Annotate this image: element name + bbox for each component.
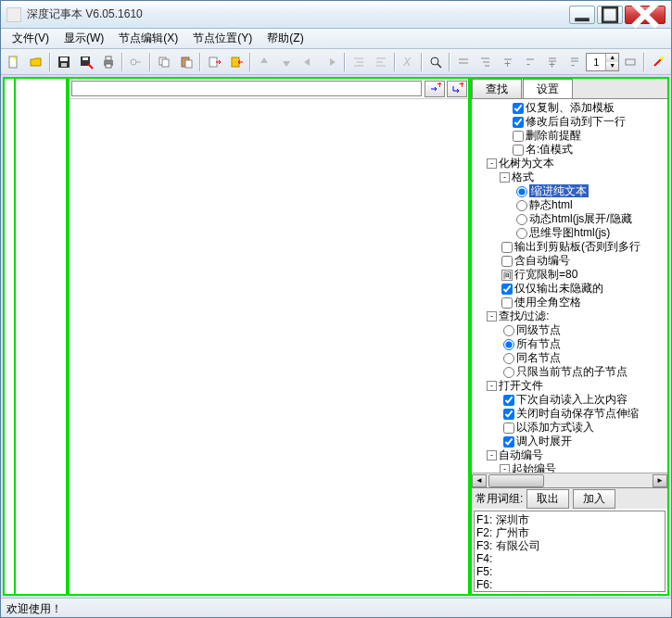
editor-area[interactable] — [70, 99, 468, 594]
menu-file[interactable]: 文件(V) — [5, 29, 57, 48]
phrase-f6[interactable]: F6: — [476, 578, 663, 591]
rad-samename[interactable] — [503, 353, 514, 364]
level-spinner[interactable]: ▲▼ — [586, 53, 619, 71]
up-arrow-icon[interactable] — [254, 52, 274, 72]
phrases-list[interactable]: F1: 深圳市 F2: 广州市 F3: 有限公司 F4: F5: F6: — [474, 511, 666, 592]
phrase-f1[interactable]: F1: 深圳市 — [476, 513, 663, 526]
phrase-f5[interactable]: F5: — [476, 565, 663, 578]
chk-fullspace[interactable] — [501, 297, 513, 309]
close-button[interactable] — [625, 6, 666, 24]
scroll-left-arrow[interactable]: ◄ — [472, 474, 487, 487]
chk-autoload[interactable] — [503, 395, 514, 406]
rad-static-html[interactable] — [516, 200, 527, 211]
zoom-icon[interactable] — [425, 52, 446, 72]
level-plus2-icon[interactable]: + — [542, 52, 563, 72]
svg-text:+: + — [549, 58, 555, 69]
menu-node-edit[interactable]: 节点编辑(X) — [111, 29, 185, 48]
open-icon[interactable] — [26, 52, 46, 72]
rad-sibling[interactable] — [503, 325, 514, 336]
chk-autonum[interactable] — [501, 256, 513, 267]
export-icon[interactable] — [204, 52, 224, 72]
rad-all[interactable] — [503, 339, 514, 350]
save-icon[interactable] — [54, 52, 74, 72]
chk-clipboard[interactable] — [501, 242, 513, 253]
wand-icon[interactable] — [648, 52, 668, 72]
rad-plaintext[interactable] — [516, 186, 527, 197]
level-minus-icon[interactable]: - — [520, 52, 540, 72]
exp-huashu[interactable]: - — [487, 158, 497, 169]
chk-del-confirm[interactable] — [513, 131, 524, 142]
title-input[interactable] — [71, 81, 422, 96]
left-arrow-icon[interactable] — [298, 52, 319, 72]
phrase-add-button[interactable]: 加入 — [573, 489, 615, 509]
tree-pane[interactable] — [14, 77, 68, 596]
insert-sibling-icon[interactable]: + — [425, 81, 445, 97]
import-icon[interactable] — [226, 52, 247, 72]
svg-text:-: - — [526, 57, 530, 69]
minimize-button[interactable] — [569, 6, 595, 24]
exp-geshi[interactable]: - — [500, 172, 510, 183]
level-value[interactable] — [587, 57, 605, 68]
rad-dyn-html[interactable] — [516, 214, 527, 225]
expand-all-icon[interactable] — [475, 52, 496, 72]
paste-icon[interactable] — [176, 52, 197, 72]
indent-left-icon[interactable] — [349, 52, 369, 72]
scroll-thumb[interactable] — [488, 474, 544, 487]
tree-hscroll[interactable]: ◄► — [472, 473, 667, 487]
rad-children[interactable] — [503, 367, 514, 378]
scroll-right-arrow[interactable]: ► — [653, 474, 667, 487]
svg-rect-1 — [602, 7, 617, 22]
svg-point-28 — [431, 57, 438, 65]
down-arrow-icon[interactable] — [276, 52, 297, 72]
chk-autosave[interactable] — [503, 409, 514, 420]
cut-icon[interactable]: X — [399, 52, 419, 72]
copy-icon[interactable] — [154, 52, 174, 72]
indent-right-icon[interactable] — [371, 52, 391, 72]
phrases-panel: 常用词组: 取出 加入 F1: 深圳市 F2: 广州市 F3: 有限公司 F4:… — [472, 487, 667, 594]
spin-up[interactable]: ▲ — [605, 54, 618, 62]
svg-rect-19 — [209, 57, 217, 67]
chk-append[interactable] — [503, 423, 514, 434]
chk-copy-template[interactable] — [513, 103, 524, 114]
tab-settings[interactable]: 设置 — [523, 79, 573, 98]
level-minus2-icon[interactable]: - — [564, 52, 585, 72]
exp-openfile[interactable]: - — [487, 381, 497, 391]
menu-node-pos[interactable]: 节点位置(Y) — [185, 29, 260, 48]
menubar: 文件(V) 显示(W) 节点编辑(X) 节点位置(Y) 帮助(Z) — [1, 29, 671, 49]
menu-view[interactable]: 显示(W) — [57, 29, 111, 48]
toolbar: X + - + - ▲▼ — [1, 49, 671, 75]
key-icon[interactable] — [126, 52, 146, 72]
phrase-f4[interactable]: F4: — [476, 552, 663, 565]
settings-tree[interactable]: 仅复制、添加模板 修改后自动到下一行 删除前提醒 名:值模式 -化树为文本 -格… — [472, 99, 667, 473]
rad-mindmap[interactable] — [516, 228, 527, 239]
chk-auto-next[interactable] — [513, 117, 524, 128]
phrase-get-button[interactable]: 取出 — [526, 489, 569, 509]
titlebar: 深度记事本 V6.05.1610 — [1, 1, 671, 29]
spin-down[interactable]: ▼ — [605, 62, 618, 70]
insert-child-icon[interactable]: + — [447, 81, 467, 97]
level-plus-icon[interactable]: + — [498, 52, 518, 72]
new-icon[interactable] — [4, 52, 24, 72]
chk-expand[interactable] — [503, 436, 514, 448]
exp-filter[interactable]: - — [487, 311, 497, 322]
tool-misc-icon[interactable] — [620, 52, 640, 72]
exp-startnum[interactable]: - — [500, 464, 510, 473]
svg-text:+: + — [437, 82, 441, 91]
chk-nameval[interactable] — [513, 145, 524, 156]
print-icon[interactable] — [98, 52, 119, 72]
chk-hidden[interactable] — [501, 284, 513, 295]
right-arrow-icon[interactable] — [321, 52, 341, 72]
exp-autonum[interactable]: - — [487, 450, 497, 460]
save-as-icon[interactable] — [76, 52, 96, 72]
phrases-label: 常用词组: — [475, 491, 523, 507]
menu-help[interactable]: 帮助(Z) — [260, 29, 311, 48]
tab-search[interactable]: 查找 — [472, 79, 522, 98]
phrase-f2[interactable]: F2: 广州市 — [476, 526, 663, 539]
phrase-f3[interactable]: F3: 有限公司 — [476, 539, 663, 552]
maximize-button[interactable] — [597, 6, 623, 24]
app-icon — [6, 7, 21, 22]
svg-text:+: + — [504, 57, 511, 69]
status-text: 欢迎使用！ — [6, 602, 62, 615]
collapse-all-icon[interactable] — [453, 52, 474, 72]
svg-rect-16 — [162, 59, 169, 67]
